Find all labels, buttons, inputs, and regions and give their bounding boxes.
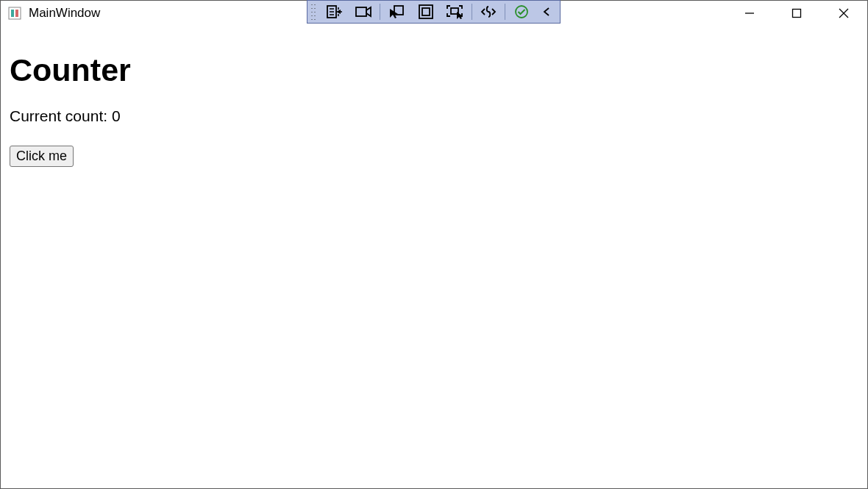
app-icon — [8, 7, 21, 20]
minimize-button[interactable] — [726, 1, 773, 26]
hot-reload-status-button[interactable] — [507, 1, 536, 22]
toolbar-separator — [380, 4, 380, 20]
page-heading: Counter — [10, 52, 858, 88]
titlebar: MainWindow — [1, 1, 867, 26]
content-area: Counter Current count: 0 Click me — [1, 26, 867, 174]
svg-rect-2 — [15, 10, 18, 17]
display-layout-adorners-button[interactable] — [411, 1, 441, 22]
camera-icon — [355, 6, 371, 18]
count-value: 0 — [112, 107, 121, 124]
track-focused-element-button[interactable] — [441, 1, 470, 22]
chevron-left-icon — [542, 7, 551, 17]
maximize-icon — [791, 8, 802, 18]
count-line: Current count: 0 — [10, 107, 858, 125]
debug-toolbar — [307, 0, 561, 24]
live-visual-tree-icon — [326, 4, 342, 19]
window-frame: MainWindow — [0, 0, 868, 489]
display-layout-adorners-icon — [419, 4, 433, 19]
minimize-icon — [744, 8, 755, 18]
svg-rect-15 — [419, 5, 433, 18]
titlebar-left: MainWindow — [1, 6, 100, 21]
svg-rect-16 — [422, 8, 430, 15]
svg-point-19 — [516, 6, 527, 18]
svg-rect-0 — [9, 7, 21, 19]
record-button[interactable] — [349, 1, 378, 22]
maximize-button[interactable] — [773, 1, 820, 26]
click-me-button[interactable]: Click me — [10, 146, 74, 167]
select-element-icon — [388, 4, 405, 19]
track-focused-element-icon — [447, 4, 464, 19]
live-visual-tree-button[interactable] — [319, 1, 349, 22]
collapse-toolbar-button[interactable] — [536, 1, 557, 22]
close-button[interactable] — [820, 1, 867, 26]
window-title: MainWindow — [29, 6, 100, 21]
svg-rect-11 — [356, 7, 366, 16]
svg-rect-1 — [11, 10, 14, 17]
hot-reload-icon — [480, 4, 497, 19]
count-label: Current count: — [10, 107, 112, 124]
hot-reload-button[interactable] — [474, 1, 503, 22]
close-icon — [839, 8, 849, 18]
toolbar-separator — [505, 4, 505, 20]
window-controls — [726, 1, 867, 26]
select-element-button[interactable] — [382, 1, 411, 22]
toolbar-grip-icon[interactable] — [310, 3, 316, 21]
checkmark-icon — [514, 4, 529, 19]
toolbar-separator — [472, 4, 472, 20]
svg-rect-21 — [793, 10, 801, 18]
